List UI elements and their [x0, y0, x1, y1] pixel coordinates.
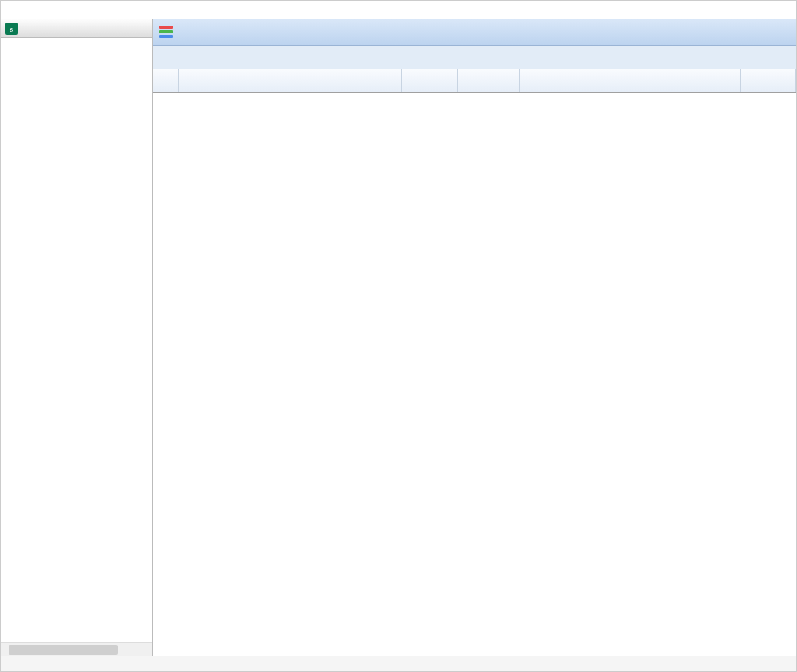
column-header-path[interactable]: [520, 69, 741, 92]
status-bar: [1, 656, 796, 671]
sharepoint-icon: s: [5, 23, 18, 35]
tree-body[interactable]: [1, 38, 152, 642]
sections-icon: [159, 26, 173, 40]
content-panel: [153, 19, 796, 656]
column-header-icon[interactable]: [153, 69, 179, 92]
column-header-size[interactable]: [402, 69, 458, 92]
tabs-bar: [153, 46, 796, 69]
main-split: s: [1, 19, 796, 656]
menu-bar: [1, 1, 796, 19]
sections-header: [153, 19, 796, 46]
tree-panel: s: [1, 19, 153, 656]
scrollbar-thumb[interactable]: [9, 645, 118, 655]
file-browser: [153, 69, 796, 656]
tree-header: s: [1, 19, 152, 38]
column-header-name[interactable]: [179, 69, 402, 92]
svg-text:s: s: [10, 24, 14, 33]
column-headers[interactable]: [153, 69, 796, 93]
tree-horizontal-scrollbar[interactable]: [1, 642, 152, 656]
column-header-percent[interactable]: [458, 69, 520, 92]
column-header-modified[interactable]: [741, 69, 796, 92]
